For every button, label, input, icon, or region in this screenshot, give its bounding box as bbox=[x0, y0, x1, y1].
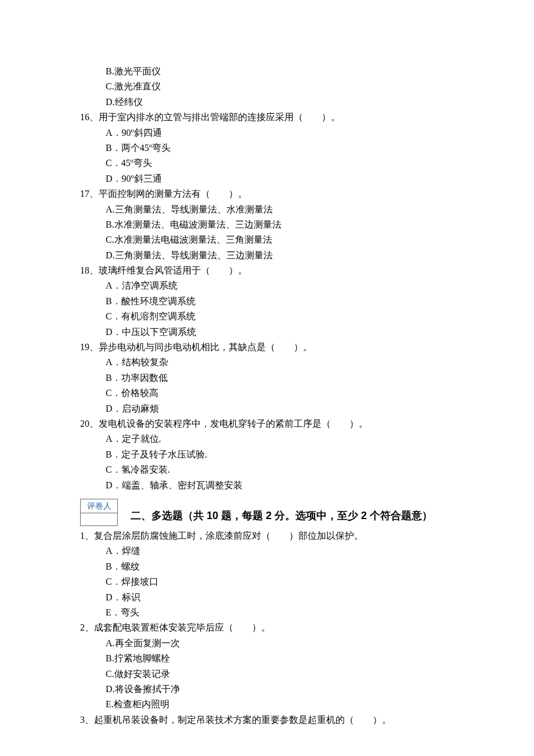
option-d: D.将设备擦拭干净 bbox=[80, 682, 454, 697]
multi-question-1: 1、复合层涂层防腐蚀施工时，涂底漆前应对（ ）部位加以保护。 A．焊缝 B．螺纹… bbox=[80, 528, 454, 620]
grader-label: 评卷人 bbox=[81, 499, 118, 513]
option-a: A.三角测量法、导线测量法、水准测量法 bbox=[80, 202, 454, 217]
option-c: C.激光准直仪 bbox=[80, 79, 454, 94]
question-stem: 19、异步电动机与同步电动机相比，其缺点是（ ）。 bbox=[80, 340, 454, 355]
option-e: E.检查柜内照明 bbox=[80, 697, 454, 712]
option-a: A．定子就位. bbox=[80, 431, 454, 447]
option-d: D．90º斜三通 bbox=[80, 171, 454, 186]
option-d: D.经纬仪 bbox=[80, 95, 454, 110]
grader-box: 评卷人 bbox=[80, 499, 118, 526]
option-c: C．45º弯头 bbox=[80, 156, 454, 171]
option-d: D．启动麻烦 bbox=[80, 401, 454, 416]
section-2-title: 二、多选题（共 10 题，每题 2 分。选项中，至少 2 个符合题意） bbox=[131, 507, 432, 526]
multi-question-2: 2、成套配电装置柜体安装完毕后应（ ）。 A.再全面复测一次 B.拧紧地脚螺栓 … bbox=[80, 620, 454, 712]
option-b: B．功率因数低 bbox=[80, 370, 454, 386]
option-d: D.三角测量法、导线测量法、三边测量法 bbox=[80, 248, 454, 263]
option-a: A．焊缝 bbox=[80, 543, 454, 559]
question-stem: 18、玻璃纤维复合风管适用于（ ）。 bbox=[80, 263, 454, 278]
option-b: B.激光平面仪 bbox=[80, 64, 454, 79]
question-19: 19、异步电动机与同步电动机相比，其缺点是（ ）。 A．结构较复杂 B．功率因数… bbox=[80, 340, 454, 416]
question-18: 18、玻璃纤维复合风管适用于（ ）。 A．洁净空调系统 B．酸性环境空调系统 C… bbox=[80, 263, 454, 340]
question-17: 17、平面控制网的测量方法有（ ）。 A.三角测量法、导线测量法、水准测量法 B… bbox=[80, 186, 454, 263]
question-stem: 3、起重机吊装设备时，制定吊装技术方案的重要参数是起重机的（ ）。 bbox=[80, 712, 454, 728]
option-d: D．标识 bbox=[80, 590, 454, 605]
option-a: A．洁净空调系统 bbox=[80, 278, 454, 293]
multi-question-3: 3、起重机吊装设备时，制定吊装技术方案的重要参数是起重机的（ ）。 bbox=[80, 712, 454, 728]
option-b: B.拧紧地脚螺栓 bbox=[80, 651, 454, 666]
option-b: B．定子及转子水压试验. bbox=[80, 447, 454, 462]
option-c: C．氢冷器安装. bbox=[80, 462, 454, 477]
option-c: C．价格较高 bbox=[80, 386, 454, 401]
option-a: A．结构较复杂 bbox=[80, 355, 454, 370]
option-e: E．弯头 bbox=[80, 605, 454, 620]
option-b: B．螺纹 bbox=[80, 559, 454, 574]
option-b: B．酸性环境空调系统 bbox=[80, 294, 454, 309]
question-16: 16、用于室内排水的立管与排出管端部的连接应采用（ ）。 A．90º斜四通 B．… bbox=[80, 110, 454, 186]
question-20: 20、发电机设备的安装程序中，发电机穿转子的紧前工序是（ ）。 A．定子就位. … bbox=[80, 416, 454, 493]
option-d: D．端盖、轴承、密封瓦调整安装 bbox=[80, 478, 454, 493]
grader-empty-cell bbox=[81, 513, 118, 526]
option-b: B.水准测量法、电磁波测量法、三边测量法 bbox=[80, 217, 454, 232]
option-d: D．中压以下空调系统 bbox=[80, 325, 454, 340]
option-c: C．焊接坡口 bbox=[80, 574, 454, 589]
option-c: C.水准测量法电磁波测量法、三角测量法 bbox=[80, 232, 454, 247]
question-stem: 20、发电机设备的安装程序中，发电机穿转子的紧前工序是（ ）。 bbox=[80, 416, 454, 431]
question-stem: 17、平面控制网的测量方法有（ ）。 bbox=[80, 186, 454, 201]
question-stem: 1、复合层涂层防腐蚀施工时，涂底漆前应对（ ）部位加以保护。 bbox=[80, 528, 454, 543]
option-a: A.再全面复测一次 bbox=[80, 636, 454, 651]
question-stem: 2、成套配电装置柜体安装完毕后应（ ）。 bbox=[80, 620, 454, 635]
section-2-header: 评卷人 二、多选题（共 10 题，每题 2 分。选项中，至少 2 个符合题意） bbox=[80, 495, 454, 526]
question-stem: 16、用于室内排水的立管与排出管端部的连接应采用（ ）。 bbox=[80, 110, 454, 125]
option-c: C．有机溶剂空调系统 bbox=[80, 309, 454, 324]
question-15-options-continued: B.激光平面仪 C.激光准直仪 D.经纬仪 bbox=[80, 64, 454, 110]
option-c: C.做好安装记录 bbox=[80, 667, 454, 682]
option-a: A．90º斜四通 bbox=[80, 125, 454, 141]
option-b: B．两个45º弯头 bbox=[80, 141, 454, 156]
